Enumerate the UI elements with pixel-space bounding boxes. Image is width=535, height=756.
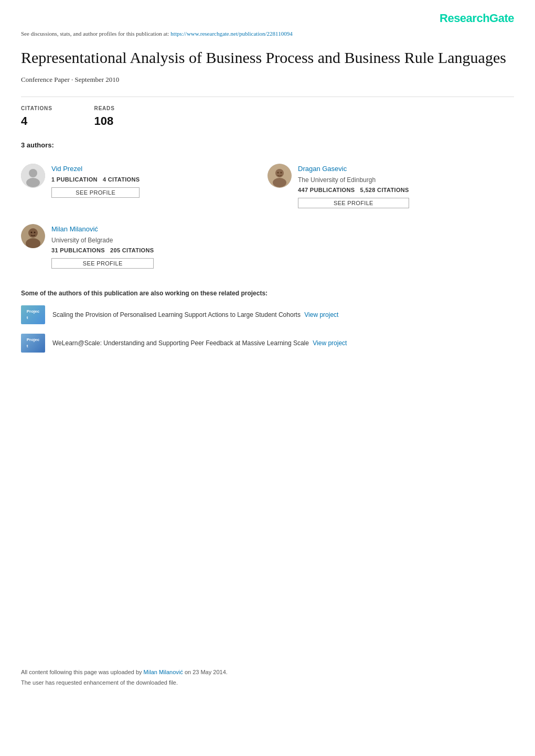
see-discussions-link[interactable]: https://www.researchgate.net/publication… (170, 30, 292, 37)
footer-line-2: The user has requested enhancement of th… (21, 678, 514, 688)
citations-block: CITATIONS 4 (21, 104, 52, 130)
svg-point-2 (26, 178, 40, 187)
author-info-milan-milanovic: Milan Milanović University of Belgrade 3… (51, 224, 154, 269)
authors-section: 3 authors: Vid Prezel 1 PUBLICATION 4 CI… (21, 140, 514, 280)
svg-point-12 (34, 232, 36, 233)
footer-prefix: All content following this page was uplo… (21, 669, 142, 675)
page-container: ResearchGate See discussions, stats, and… (0, 0, 535, 720)
researchgate-logo: ResearchGate (440, 9, 514, 27)
project-link-2[interactable]: View project (313, 339, 347, 347)
svg-point-1 (29, 169, 37, 177)
authors-grid: Vid Prezel 1 PUBLICATION 4 CITATIONS SEE… (21, 158, 514, 279)
author-name-vid-prezel[interactable]: Vid Prezel (51, 164, 140, 174)
author-card-vid-prezel: Vid Prezel 1 PUBLICATION 4 CITATIONS SEE… (21, 158, 268, 219)
project-link-1[interactable]: View project (304, 311, 338, 318)
author-avatar-vid-prezel (21, 164, 45, 188)
project-thumb-2: Project (21, 334, 45, 353)
author-avatar-dragan-gasevic (268, 164, 292, 188)
authors-grid-empty-cell (268, 219, 514, 279)
stats-row: CITATIONS 4 READS 108 (21, 104, 514, 130)
reads-label: READS (94, 104, 115, 112)
see-discussions-bar: See discussions, stats, and author profi… (21, 29, 514, 38)
paper-date: September 2010 (75, 76, 120, 83)
paper-type: Conference Paper · September 2010 (21, 74, 514, 85)
author-stats-dragan-gasevic: 447 PUBLICATIONS 5,528 CITATIONS (298, 186, 409, 195)
related-projects-title: Some of the authors of this publication … (21, 289, 514, 298)
project-thumb-label-1: Project (27, 308, 39, 321)
project-thumb-label-2: Project (27, 337, 39, 349)
author-stats-milan-milanovic: 31 PUBLICATIONS 205 CITATIONS (51, 246, 154, 255)
svg-point-11 (31, 232, 33, 233)
see-profile-button-milan-milanovic[interactable]: SEE PROFILE (51, 258, 154, 269)
see-profile-button-dragan-gasevic[interactable]: SEE PROFILE (298, 198, 409, 208)
citations-value: 4 (21, 112, 52, 130)
author-name-milan-milanovic[interactable]: Milan Milanović (51, 224, 154, 235)
project-description-1: Scaling the Provision of Personalised Le… (52, 311, 301, 318)
project-item-1: Project Scaling the Provision of Persona… (21, 305, 514, 324)
author-info-dragan-gasevic: Dragan Gasevic The University of Edinbur… (298, 164, 409, 208)
author-affiliation-dragan-gasevic: The University of Edinburgh (298, 175, 409, 185)
project-text-2: WeLearn@Scale: Understanding and Support… (52, 339, 347, 348)
svg-point-5 (273, 178, 286, 187)
paper-type-label: Conference Paper (21, 76, 70, 83)
footer-section: All content following this page was uplo… (21, 667, 514, 688)
paper-title: Representational Analysis of Business Pr… (21, 48, 514, 68)
reads-block: READS 108 (94, 104, 115, 130)
see-profile-button-vid-prezel[interactable]: SEE PROFILE (51, 187, 140, 198)
author-info-vid-prezel: Vid Prezel 1 PUBLICATION 4 CITATIONS SEE… (51, 164, 140, 198)
citations-label: CITATIONS (21, 104, 52, 112)
project-text-1: Scaling the Provision of Personalised Le… (52, 311, 338, 320)
project-description-2: WeLearn@Scale: Understanding and Support… (52, 339, 309, 347)
author-avatar-milan-milanovic (21, 224, 45, 248)
author-stats-vid-prezel: 1 PUBLICATION 4 CITATIONS (51, 175, 140, 184)
svg-point-9 (28, 228, 38, 238)
stats-divider (21, 97, 514, 97)
author-name-dragan-gasevic[interactable]: Dragan Gasevic (298, 164, 409, 174)
svg-point-7 (281, 172, 282, 174)
footer-uploader-link[interactable]: Milan Milanović (144, 669, 183, 675)
reads-value: 108 (94, 112, 115, 130)
related-projects-section: Some of the authors of this publication … (21, 289, 514, 353)
see-discussions-text: See discussions, stats, and author profi… (21, 30, 169, 37)
authors-section-title: 3 authors: (21, 140, 514, 151)
project-thumb-1: Project (21, 305, 45, 324)
author-card-milan-milanovic: Milan Milanović University of Belgrade 3… (21, 219, 268, 279)
footer-line-1: All content following this page was uplo… (21, 667, 514, 678)
footer-suffix: on 23 May 2014. (185, 669, 228, 675)
author-card-dragan-gasevic: Dragan Gasevic The University of Edinbur… (268, 158, 514, 219)
svg-point-6 (277, 172, 279, 174)
author-affiliation-milan-milanovic: University of Belgrade (51, 236, 154, 245)
project-item-2: Project WeLearn@Scale: Understanding and… (21, 334, 514, 353)
